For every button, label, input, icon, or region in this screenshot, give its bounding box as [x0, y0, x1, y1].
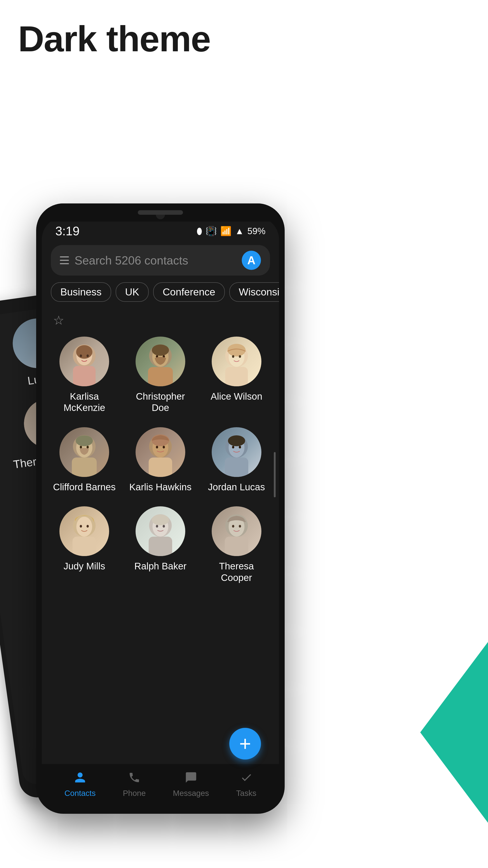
- contact-card[interactable]: Jordan Lucas: [201, 423, 272, 497]
- bluetooth-icon: ⬮: [197, 226, 202, 236]
- teal-decoration: [420, 642, 488, 823]
- phone-screen: 3:19 ⬮ 📳 📶 ▲ 59% Search 5206 contacts A …: [42, 217, 279, 805]
- svg-point-38: [80, 525, 82, 528]
- user-avatar[interactable]: A: [242, 251, 261, 270]
- tasks-icon: [240, 771, 253, 787]
- contact-name-theresa: Theresa Cooper: [203, 561, 270, 583]
- bottom-nav: Contacts Phone Messages: [42, 764, 279, 805]
- svg-point-43: [152, 515, 169, 525]
- contact-avatar-alice: [212, 337, 261, 386]
- contact-avatar-christopher: [135, 337, 185, 386]
- chip-conference[interactable]: Conference: [153, 282, 225, 302]
- contact-avatar-theresa: [212, 506, 261, 556]
- svg-point-37: [76, 517, 92, 537]
- svg-rect-35: [225, 458, 248, 477]
- fab-plus-icon: +: [239, 734, 251, 754]
- page-title: Dark theme: [18, 18, 210, 60]
- svg-rect-23: [72, 458, 97, 477]
- wifi-icon: 📶: [220, 226, 232, 237]
- contact-name-jordan: Jordan Lucas: [208, 482, 265, 493]
- svg-point-39: [87, 525, 89, 528]
- search-input[interactable]: Search 5206 contacts: [74, 254, 236, 267]
- contact-card[interactable]: Clifford Barnes: [48, 423, 120, 497]
- svg-point-28: [163, 446, 165, 448]
- svg-point-33: [232, 446, 234, 448]
- speaker: [138, 210, 183, 215]
- contact-name-alice: Alice Wilson: [210, 391, 262, 402]
- main-phone: 3:19 ⬮ 📳 📶 ▲ 59% Search 5206 contacts A …: [36, 204, 285, 814]
- contacts-label: Contacts: [64, 789, 96, 798]
- battery-indicator: 59%: [248, 226, 265, 236]
- contacts-grid: Karlisa McKenzie C: [46, 332, 274, 588]
- contact-name-karlisa: Karlisa McKenzie: [51, 391, 118, 414]
- svg-rect-51: [225, 537, 248, 556]
- svg-point-22: [87, 446, 89, 448]
- svg-rect-2: [73, 366, 96, 386]
- contacts-header: ☆: [46, 311, 274, 332]
- contact-avatar-clifford: [59, 427, 109, 477]
- contact-card[interactable]: Theresa Cooper: [201, 502, 272, 588]
- vibrate-icon: 📳: [205, 226, 217, 237]
- svg-rect-17: [225, 367, 248, 386]
- chip-wisconsin[interactable]: Wisconsin: [229, 282, 279, 302]
- phone-icon: [128, 771, 140, 787]
- status-icons: ⬮ 📳 📶 ▲ 59%: [197, 226, 265, 237]
- contact-card[interactable]: Karlisa McKenzie: [48, 332, 120, 418]
- svg-rect-46: [149, 537, 172, 556]
- contact-card[interactable]: Alice Wilson: [201, 332, 272, 418]
- chip-business[interactable]: Business: [51, 282, 111, 302]
- fab-add-contact[interactable]: +: [229, 728, 261, 760]
- contact-avatar-karlisa: [59, 337, 109, 386]
- svg-rect-40: [72, 537, 96, 556]
- nav-item-tasks[interactable]: Tasks: [236, 771, 256, 798]
- filter-chips: Business UK Conference Wisconsin: [42, 280, 279, 306]
- star-icon[interactable]: ☆: [53, 313, 64, 328]
- svg-point-20: [76, 435, 93, 446]
- contact-card[interactable]: Christopher Doe: [125, 332, 196, 418]
- nav-item-contacts[interactable]: Contacts: [64, 771, 96, 798]
- svg-point-32: [228, 435, 245, 446]
- svg-rect-29: [149, 458, 172, 477]
- contact-avatar-karlis: [135, 427, 185, 477]
- contacts-icon: [74, 771, 86, 787]
- svg-rect-11: [148, 367, 173, 386]
- messages-label: Messages: [173, 789, 209, 798]
- contact-name-ralph: Ralph Baker: [134, 561, 186, 572]
- contact-name-karlis: Karlis Hawkins: [129, 482, 191, 493]
- nav-item-messages[interactable]: Messages: [173, 771, 209, 798]
- contact-name-christopher: Christopher Doe: [127, 391, 194, 414]
- svg-point-50: [239, 525, 241, 528]
- search-bar[interactable]: Search 5206 contacts A: [51, 245, 270, 276]
- contact-avatar-jordan: [212, 427, 261, 477]
- status-time: 3:19: [55, 224, 79, 238]
- phone-label: Phone: [123, 789, 146, 798]
- svg-point-34: [239, 446, 241, 448]
- svg-point-8: [152, 344, 169, 356]
- nav-item-phone[interactable]: Phone: [123, 771, 146, 798]
- svg-point-5: [87, 354, 89, 357]
- contact-name-judy: Judy Mills: [64, 561, 105, 572]
- scrollbar-hint: [274, 452, 275, 497]
- signal-icon: ▲: [235, 226, 244, 236]
- svg-point-15: [232, 355, 234, 358]
- contact-card[interactable]: Karlis Hawkins: [125, 423, 196, 497]
- svg-point-21: [80, 446, 82, 448]
- svg-point-27: [156, 446, 158, 448]
- contact-card[interactable]: Ralph Baker: [125, 502, 196, 588]
- messages-icon: [185, 771, 197, 787]
- svg-point-3: [76, 345, 92, 359]
- tasks-label: Tasks: [236, 789, 256, 798]
- contact-avatar-ralph: [135, 506, 185, 556]
- chip-uk[interactable]: UK: [116, 282, 149, 302]
- hamburger-icon[interactable]: [60, 256, 69, 264]
- contact-avatar-judy: [59, 506, 109, 556]
- notch-area: [36, 204, 285, 221]
- svg-point-45: [163, 525, 165, 528]
- svg-point-49: [232, 525, 234, 528]
- svg-point-44: [156, 525, 158, 528]
- contact-name-clifford: Clifford Barnes: [53, 482, 116, 493]
- contact-card[interactable]: Judy Mills: [48, 502, 120, 588]
- svg-point-4: [80, 354, 82, 357]
- svg-point-16: [239, 355, 241, 358]
